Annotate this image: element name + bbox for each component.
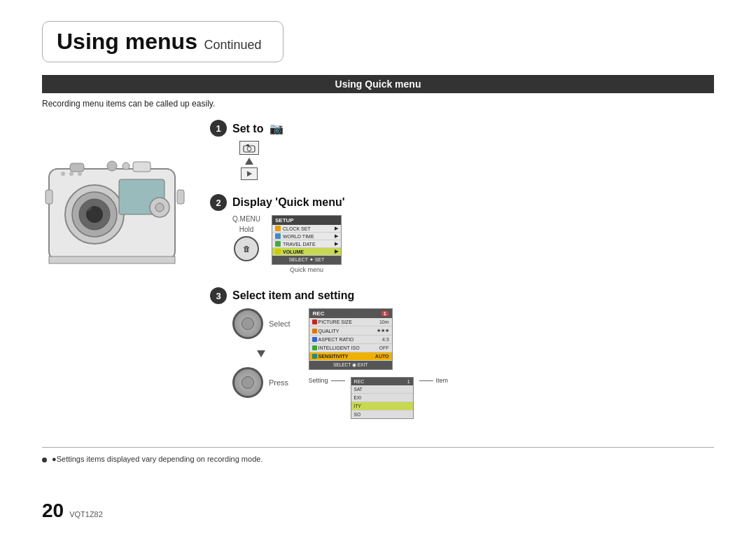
- intro-text: Recording menu items can be called up ea…: [42, 99, 714, 109]
- qmenu-row-worldtime: WORLD TIME ▶: [272, 233, 341, 240]
- qmenu-control: Q.MENU Hold 🗑: [232, 215, 260, 261]
- rec-footer: SELECT ◉ EXIT: [309, 361, 392, 369]
- quick-menu-caption: Quick menu: [272, 266, 342, 273]
- svg-point-5: [86, 205, 92, 211]
- rec-screen-main: REC 1 PICTURE SIZE 10m QUALITY: [309, 308, 393, 370]
- annotation-area: Setting REC1 SAT EXI ITY: [309, 374, 449, 419]
- svg-rect-18: [49, 256, 175, 263]
- rec-small-title: REC1: [351, 378, 413, 385]
- travel-icon: [275, 241, 281, 247]
- qmenu-row-volume: VOLUME ▶: [272, 248, 341, 256]
- rec-screen-small: REC1 SAT EXI ITY SO: [351, 377, 414, 419]
- small-screen-area: Setting REC1 SAT EXI ITY: [309, 374, 449, 419]
- qmenu-label: Q.MENU: [232, 215, 260, 223]
- step-2: 2 Display 'Quick menu' Q.MENU Hold 🗑: [210, 194, 714, 273]
- item-annotation: Item: [419, 377, 449, 384]
- svg-rect-17: [177, 190, 184, 204]
- clock-icon: [275, 226, 281, 231]
- select-press-controls: Select Press: [232, 308, 290, 398]
- step-1-content: [210, 141, 714, 180]
- mode-icons: [239, 141, 259, 180]
- down-arrow-indicator: [232, 348, 290, 359]
- page-number-area: 20 VQT1Z82: [42, 500, 103, 522]
- svg-point-8: [107, 161, 117, 171]
- setting-line: [331, 380, 345, 381]
- svg-point-12: [155, 203, 164, 212]
- volume-icon: [275, 249, 281, 254]
- page-container: Using menus Continued Using Quick menu R…: [0, 0, 756, 536]
- quick-menu-screen-area: SETUP CLOCK SET ▶ WORLD TIME ▶: [272, 215, 342, 273]
- camera-illustration: [42, 127, 196, 433]
- rec-row-quality: QUALITY ★★★: [309, 327, 392, 336]
- svg-marker-22: [247, 171, 252, 177]
- step-2-number: 2: [210, 194, 227, 211]
- step-1-title: Set to 📷: [232, 122, 284, 135]
- svg-rect-7: [70, 163, 84, 172]
- quality-icon: [312, 329, 317, 334]
- svg-point-20: [247, 146, 251, 151]
- svg-point-9: [122, 163, 130, 170]
- content-area: 1 Set to 📷: [42, 120, 714, 433]
- qmenu-screen-title: SETUP: [272, 216, 341, 225]
- qmenu-dpad: 🗑: [234, 236, 259, 261]
- setting-label: Setting: [309, 377, 328, 384]
- rec-screen-title: REC 1: [309, 309, 392, 318]
- svg-marker-23: [257, 350, 265, 357]
- step-3-number: 3: [210, 287, 227, 304]
- step-1: 1 Set to 📷: [210, 120, 714, 180]
- play-mode-icon: [241, 167, 258, 180]
- aspect-icon: [312, 337, 317, 342]
- rec-small-row2: EXI: [351, 394, 413, 402]
- bullet-icon: [42, 458, 47, 462]
- step-2-title: Display 'Quick menu': [232, 196, 345, 209]
- setting-annotation: Setting: [309, 377, 345, 384]
- rec-small-row4: SO: [351, 411, 413, 418]
- svg-point-15: [78, 172, 82, 176]
- rec-row-iso: INTELLIGENT ISO OFF: [309, 344, 392, 352]
- quick-menu-screen: SETUP CLOCK SET ▶ WORLD TIME ▶: [272, 215, 342, 265]
- step-1-header: 1 Set to 📷: [210, 120, 714, 137]
- hold-label: Hold: [239, 226, 254, 233]
- picturesize-icon: [312, 319, 317, 324]
- select-control: Select: [232, 308, 290, 339]
- rec-row-sensitivity: SENSITIVITY AUTO: [309, 352, 392, 361]
- iso-icon: [312, 345, 317, 350]
- svg-point-13: [61, 172, 65, 176]
- rec-row-picturesize: PICTURE SIZE 10m: [309, 318, 392, 327]
- press-control: Press: [232, 367, 290, 398]
- step-3-title: Select item and setting: [232, 289, 354, 302]
- qmenu-row-traveldate: TRAVEL DATE ▶: [272, 240, 341, 248]
- steps-area: 1 Set to 📷: [196, 120, 714, 433]
- sensitivity-icon: [312, 354, 317, 359]
- step-3: 3 Select item and setting Select: [210, 287, 714, 419]
- select-label: Select: [269, 319, 290, 328]
- title-box: Using menus Continued: [42, 21, 284, 62]
- qmenu-footer: SELECT ✦ SET: [272, 256, 341, 264]
- press-label: Press: [269, 378, 288, 387]
- page-number: 20: [42, 500, 64, 522]
- camera-mode-icon: [239, 141, 259, 155]
- section-header: Using Quick menu: [42, 75, 714, 93]
- divider: [42, 447, 714, 448]
- step-3-screens: REC 1 PICTURE SIZE 10m QUALITY: [309, 308, 449, 419]
- svg-rect-10: [133, 162, 150, 172]
- page-code: VQT1Z82: [69, 510, 103, 518]
- step-1-number: 1: [210, 120, 227, 137]
- press-dpad: [232, 367, 263, 398]
- step-3-header: 3 Select item and setting: [210, 287, 714, 304]
- step-2-header: 2 Display 'Quick menu': [210, 194, 714, 211]
- item-line: [419, 380, 433, 381]
- footer-note: ●Settings items displayed vary depending…: [42, 455, 714, 463]
- world-icon: [275, 233, 281, 239]
- page-title-main: Using menus: [57, 29, 197, 54]
- svg-rect-21: [246, 144, 249, 146]
- step-3-content: Select Press: [210, 308, 714, 419]
- qmenu-row-clockset: CLOCK SET ▶: [272, 225, 341, 233]
- step-2-content: Q.MENU Hold 🗑 SETUP CLOCK SET: [210, 215, 714, 273]
- svg-point-14: [69, 172, 74, 176]
- rec-small-row3: ITY: [351, 402, 413, 411]
- trash-icon: 🗑: [243, 245, 251, 253]
- rec-small-row1: SAT: [351, 385, 413, 394]
- svg-rect-16: [46, 190, 52, 204]
- page-title-sub: Continued: [204, 38, 262, 52]
